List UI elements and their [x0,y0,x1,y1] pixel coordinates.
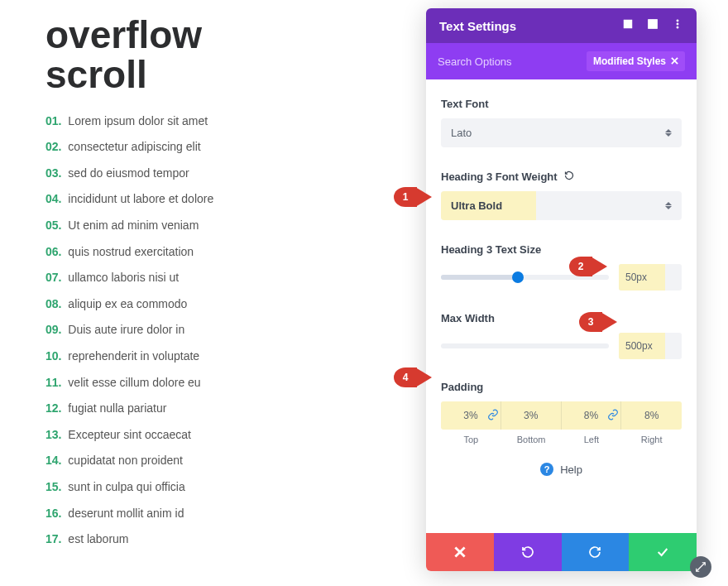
slider-thumb[interactable] [512,271,524,283]
panel-body: Text Font Lato Heading 3 Font Weight Ult… [426,79,697,533]
list-item: 13. Excepteur sint occaecat [46,427,376,444]
content-list: 01. Lorem ipsum dolor sit amet02. consec… [46,113,376,548]
annotation-callout: 4 [394,367,417,387]
size-input[interactable]: 50px [619,264,682,291]
panel-title: Text Settings [439,19,516,33]
list-item: 02. consectetur adipiscing elit [46,139,376,156]
padding-inputs: 3% 3% 8% 8% [441,401,682,430]
resize-handle[interactable] [690,556,711,578]
list-item: 10. reprehenderit in voluptate [46,348,376,365]
undo-button[interactable] [494,533,562,571]
panel-footer [426,533,697,571]
annotation-callout: 2 [569,257,592,276]
kebab-menu-icon[interactable] [672,18,683,33]
maxwidth-label: Max Width [441,312,682,324]
list-item: 11. velit esse cillum dolore eu [46,375,376,391]
maxwidth-input[interactable]: 500px [619,333,682,359]
chevron-updown-icon [665,129,672,137]
list-item: 12. fugiat nulla pariatur [46,401,376,417]
weight-select[interactable]: Ultra Bold [441,191,682,220]
font-label: Text Font [441,98,682,110]
maxwidth-slider[interactable] [441,343,609,348]
svg-point-4 [677,20,678,22]
svg-point-5 [677,23,678,25]
chevron-updown-icon [665,202,672,209]
cancel-button[interactable] [426,533,494,571]
page-title: overflow scroll [46,15,376,95]
panel-subheader: Search Options Modified Styles [426,43,697,79]
modified-styles-pill[interactable]: Modified Styles [587,51,685,71]
list-item: 08. aliquip ex ea commodo [46,296,376,313]
padding-bottom-input[interactable]: 3% [501,401,562,430]
close-icon[interactable] [671,55,678,67]
document-preview: overflow scroll 01. Lorem ipsum dolor si… [46,15,376,558]
reset-icon[interactable] [564,171,574,183]
redo-button[interactable] [562,533,630,571]
list-item: 03. sed do eiusmod tempor [46,166,376,182]
link-icon[interactable] [607,409,619,423]
svg-point-6 [677,26,678,28]
list-item: 09. Duis aute irure dolor in [46,322,376,339]
panel-header: Text Settings [426,8,697,43]
size-label: Heading 3 Text Size [441,243,682,256]
svg-line-11 [697,563,706,572]
settings-panel: Text Settings Search Options Modified St… [426,8,697,571]
padding-label: Padding [441,381,682,393]
padding-left-input[interactable]: 8% [562,401,622,430]
list-item: 06. quis nostrud exercitation [46,244,376,261]
padding-right-input[interactable]: 8% [621,401,682,430]
annotation-callout: 1 [394,187,417,207]
padding-top-input[interactable]: 3% [441,401,501,430]
search-options-label[interactable]: Search Options [438,55,512,68]
list-item: 14. cupidatat non proident [46,453,376,469]
font-select[interactable]: Lato [441,118,682,147]
list-item: 16. deserunt mollit anim id [46,506,376,522]
help-link[interactable]: ? Help [441,463,682,476]
expand-icon[interactable] [622,18,634,33]
padding-labels: Top Bottom Left Right [441,435,682,444]
svg-point-1 [627,23,629,25]
list-item: 07. ullamco laboris nisi ut [46,270,376,286]
list-item: 15. sunt in culpa qui officia [46,479,376,496]
list-item: 17. est laborum [46,531,376,548]
link-icon[interactable] [487,409,499,423]
annotation-callout: 3 [579,312,602,332]
list-item: 05. Ut enim ad minim veniam [46,218,376,234]
layout-icon[interactable] [647,18,659,33]
save-button[interactable] [629,533,697,571]
list-item: 04. incididunt ut labore et dolore [46,191,376,208]
weight-label: Heading 3 Font Weight [441,171,682,183]
list-item: 01. Lorem ipsum dolor sit amet [46,113,376,130]
help-icon: ? [540,463,553,476]
